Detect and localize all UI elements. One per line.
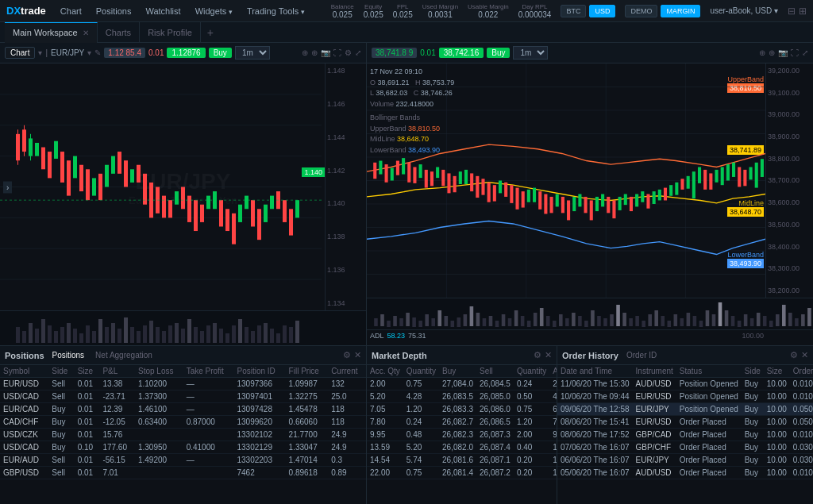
btc-btn[interactable]: BTC [561, 5, 586, 17]
tab-charts[interactable]: Charts [98, 22, 140, 43]
tab-risk-profile[interactable]: Risk Profile [140, 22, 201, 43]
layout-icon[interactable]: ⊞ [799, 6, 807, 17]
indicators-icon[interactable]: ⊕ [302, 48, 308, 57]
svg-rect-29 [137, 165, 141, 183]
right-expand-icon[interactable]: ⤢ [802, 48, 808, 57]
table-row[interactable]: 08/06/20 The 17:52 GBP/CAD Order Placed … [557, 429, 813, 441]
table-row[interactable]: 14.54 5.74 26,081.6 26,087.1 0.20 14.03 [367, 454, 557, 467]
user-menu[interactable]: user-aBook, USD ▾ [710, 6, 778, 15]
oh-status: Order Placed [676, 441, 742, 454]
settings-icon[interactable]: ⊟ [788, 6, 796, 17]
left-chart-tab[interactable]: Chart [5, 47, 35, 59]
table-row[interactable]: 22.00 0.75 26,081.4 26,087.2 0.20 16.05 [367, 467, 557, 479]
nav-watchlist[interactable]: Watchlist [144, 3, 182, 19]
order-history-settings-icon[interactable]: ⚙ [790, 350, 798, 360]
market-depth-icons: ⚙ ✕ [534, 350, 552, 360]
table-row[interactable]: CAD/CHF Buy 0.01 -12.05 0.63400 0.87000 … [0, 416, 366, 429]
order-history-close-icon[interactable]: ✕ [801, 350, 808, 360]
svg-rect-196 [457, 317, 461, 327]
pos-pl: -23.71 [99, 391, 135, 403]
order-id-tab[interactable]: Order ID [623, 351, 660, 360]
table-row[interactable]: 13.59 5.20 26,082.0 26,087.4 0.40 13.59 [367, 441, 557, 454]
right-fullscreen-icon[interactable]: ⛶ [791, 48, 799, 57]
market-depth-close-icon[interactable]: ✕ [545, 350, 552, 360]
svg-rect-48 [257, 209, 261, 240]
tab-main-workspace[interactable]: Main Workspace ✕ [5, 22, 98, 43]
table-row[interactable]: 5.20 4.28 26,083.5 26,085.0 0.50 4.75 [367, 391, 557, 403]
svg-rect-194 [444, 316, 448, 326]
table-row[interactable]: GBP/USD Sell 0.01 7.01 7462 0.89618 0.89 [0, 467, 366, 479]
pos-symbol: EUR/AUD [0, 454, 48, 467]
svg-rect-68 [92, 331, 96, 343]
svg-rect-247 [782, 305, 786, 326]
table-row[interactable]: 08/06/20 The 15:41 EUR/USD Order Placed … [557, 416, 813, 429]
pos-size: 0.01 [75, 416, 100, 429]
table-row[interactable]: USD/CAD Buy 0.10 177.60 1.30950 0.41000 … [0, 441, 366, 454]
svg-rect-150 [578, 194, 581, 207]
left-edit-icon[interactable]: ✎ [94, 48, 101, 57]
net-aggregation-tab[interactable]: Net Aggregation [92, 351, 156, 360]
order-history-table-area[interactable]: Date and Time Instrument Status Side Siz… [557, 365, 813, 504]
top-navigation: DXtrade Chart Positions Watchlist Widget… [0, 0, 813, 22]
table-row[interactable]: EUR/AUD Sell 0.01 -56.15 1.49200 — 13302… [0, 454, 366, 467]
right-crosshair-icon[interactable]: ⊕ [769, 48, 775, 57]
table-row[interactable]: 7.80 0.24 26,082.7 26,086.5 1.20 7.80 [367, 416, 557, 429]
table-row[interactable]: EUR/CAD Buy 0.01 12.39 1.46100 — 1309742… [0, 403, 366, 416]
close-tab-main[interactable]: ✕ [83, 29, 89, 37]
right-timeframe[interactable]: 1m [513, 46, 548, 60]
expand-icon[interactable]: ⤢ [355, 48, 361, 57]
md-sell: 26,084.5 [476, 378, 514, 391]
oh-instrument: EUR/JPY [633, 454, 676, 467]
svg-rect-242 [750, 318, 754, 326]
table-row[interactable]: 09/06/20 The 12:58 EUR/JPY Position Open… [557, 403, 813, 416]
left-chart-pair[interactable]: EUR/JPY [51, 48, 84, 57]
oh-size: 10.00 [764, 454, 790, 467]
svg-rect-189 [412, 317, 416, 327]
logo[interactable]: DXtrade [6, 5, 46, 17]
positions-settings-icon[interactable]: ⚙ [343, 350, 351, 360]
screenshot-icon[interactable]: 📷 [321, 48, 330, 57]
left-timeframe[interactable]: 1m [235, 46, 270, 60]
table-row[interactable]: USD/CAD Sell 0.01 -23.71 1.37300 — 13097… [0, 391, 366, 403]
svg-rect-34 [168, 200, 172, 217]
table-row[interactable]: 07/06/20 The 16:07 GBP/CHF Order Placed … [557, 441, 813, 454]
svg-rect-116 [385, 164, 388, 183]
table-row[interactable]: 06/06/20 The 16:07 EUR/JPY Order Placed … [557, 454, 813, 467]
right-screenshot-icon[interactable]: 📷 [778, 48, 788, 57]
margin-btn[interactable]: MARGIN [661, 5, 700, 17]
usd-btn[interactable]: USD [589, 5, 615, 17]
md-acc-qty-s: 2.01 [549, 378, 557, 391]
left-direction: Buy [209, 48, 232, 58]
positions-table-area[interactable]: Symbol Side Size P&L Stop Loss Take Prof… [0, 365, 366, 504]
oh-side: Buy [742, 416, 764, 429]
table-row[interactable]: USD/CZK Buy 0.01 15.76 13302102 21.7700 … [0, 429, 366, 441]
nav-widgets[interactable]: Widgets [194, 3, 234, 19]
nav-positions[interactable]: Positions [94, 3, 133, 19]
nav-chart[interactable]: Chart [59, 3, 83, 19]
demo-btn[interactable]: DEMO [625, 5, 657, 17]
table-row[interactable]: 11/06/20 The 15:30 AUD/USD Position Open… [557, 378, 813, 391]
table-row[interactable]: EUR/USD Sell 0.01 13.38 1.10200 — 130973… [0, 378, 366, 391]
svg-rect-22 [92, 178, 96, 195]
crosshair-icon[interactable]: ⊕ [311, 48, 318, 57]
md-sell: 26,086.5 [476, 416, 514, 429]
table-row[interactable]: 2.00 0.75 27,084.0 26,084.5 0.24 2.01 [367, 378, 557, 391]
fullscreen-icon[interactable]: ⛶ [333, 48, 341, 57]
chart-nav-left[interactable]: › [3, 181, 12, 193]
table-row[interactable]: 05/06/20 The 16:07 AUD/USD Order Placed … [557, 467, 813, 479]
market-depth-settings-icon[interactable]: ⚙ [534, 350, 541, 360]
positions-header: Positions Positions Net Aggregation ⚙ ✕ [0, 346, 366, 365]
add-tab-button[interactable]: + [201, 26, 220, 39]
nav-trading-tools[interactable]: Trading Tools [245, 3, 306, 19]
table-row[interactable]: 10/06/20 The 09:44 EUR/USD Position Open… [557, 391, 813, 403]
positions-close-icon[interactable]: ✕ [354, 350, 361, 360]
table-row[interactable]: 7.05 1.20 26,083.3 26,086.0 0.75 6.29 [367, 403, 557, 416]
table-row[interactable]: 9.95 0.48 26,082.3 26,087.3 2.00 9.95 [367, 429, 557, 441]
svg-rect-225 [642, 321, 645, 327]
pos-fill: 1.45478 [286, 403, 329, 416]
right-indicators-icon[interactable]: ⊕ [759, 48, 765, 57]
positions-tab[interactable]: Positions [49, 351, 88, 360]
settings-icon[interactable]: ⚙ [345, 48, 352, 57]
col-position-id: Position ID [233, 365, 285, 378]
market-depth-table-area[interactable]: Acc. Qty Quantity Buy Sell Quantity Acc.… [367, 365, 557, 504]
